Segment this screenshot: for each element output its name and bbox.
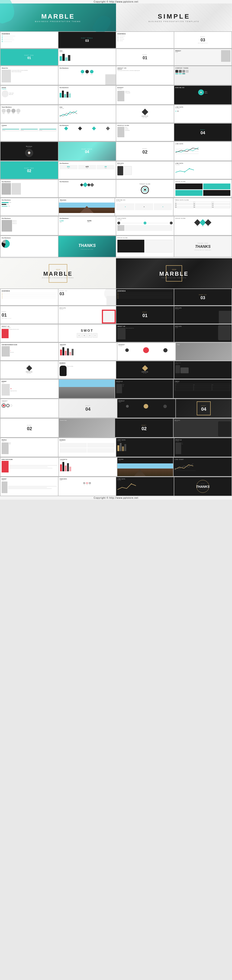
s2-profile-dark: PROFILE SLIDE NameTitleInfo (115, 380, 173, 398)
s2-business-slide-2: BUSINESS SLIDE (58, 438, 116, 457)
s2-row-7: TARGET SLIDE PART 04 MARKET SLIDE (0, 399, 232, 418)
s2-market-dark: MARKET SLIDE (117, 399, 175, 418)
s2-row-11: MARKET SLIDE YOUR STATS SLIDE 01Step 02S… (0, 477, 232, 496)
slide-marble-our-business-3: Our Business (58, 124, 116, 141)
slide-simple-part03: PART 03 SECTION TITLE (174, 32, 232, 48)
s2-business-slide-light: BUSINESS SLIDE Phone mockup (58, 361, 116, 379)
s2-mockups-dark-2: MOCUPS SLIDE (174, 325, 232, 342)
slide-simple-line-data-3: LINE DATA SLIDE (174, 161, 232, 179)
s2-service-dark: SERVICE SLIDE (116, 361, 174, 379)
s2-line-data-dark: LINE DATA SLIDE (116, 477, 174, 496)
s2-row-3: ABOUT US Lorem ipsum analysis Descriptio… (0, 324, 232, 342)
slide-simple-agenda: AGENDA 01──────── 02────── 03─────── 04─… (116, 32, 174, 48)
slide-simple-service: SERVICE SLIDE (116, 105, 174, 123)
slide-simple-product: PRODUCT SLIDE (174, 49, 232, 65)
svg-point-6 (131, 484, 132, 484)
slide-marble-team: Team Members Name Name Name Name (0, 105, 58, 123)
s2-row-4: OUR NEW BUSINESS SLIDE ● Item text BAR D… (0, 342, 232, 361)
simple-hero: SIMPLE BUSINESS PRESENTATION TEMPLATE (116, 3, 232, 31)
slide-simple-our-steps: OUR STEPS SLIDE 1 2 3 (116, 216, 174, 235)
slide-marble-line-chart: Line Chart slide (58, 105, 116, 123)
slide-marble-part-four: PART FOUR 04 (58, 142, 116, 161)
row-10: Our Business 80% 60% 70% Mountain Slide … (0, 198, 232, 216)
watermark-top: Copyright © http://www.pptstore.net (0, 0, 232, 3)
s2-part01-light: PART 01 SECTION TITLE (0, 306, 58, 324)
slide-simple-how-we-do-2: HOW WE DO SLIDE ● ● ● (115, 198, 173, 216)
slide-marble-our-business-5: Our Business (0, 180, 58, 197)
s2-part02-dark: PART 02 (115, 418, 173, 437)
row-2: PART ONE 01 Color Chart slide PART 01 PR… (0, 49, 232, 66)
s2-market-image: Image (176, 343, 232, 360)
hero-section: MARBLE BUSINESS PRESENTATION THEME SIMPL… (0, 3, 232, 31)
s2-row-2: PART 01 SECTION TITLE MOCUPS SLIDE PART … (0, 306, 232, 324)
main-container: Copyright © http://www.pptstore.net MARB… (0, 0, 232, 500)
s2-last-data-dark: LAST DATA SLIDE (116, 438, 174, 457)
s2-thanks-dark: 2019 THANKS PRESENTATION (174, 477, 232, 496)
svg-point-3 (184, 172, 185, 172)
row-4: Global Proposal Data valueMore info Our … (0, 85, 232, 105)
s2-table-dark: TABLE SLIDE ColColCol DDD DDD DDD (174, 380, 232, 398)
row-9: Our Business Our Business TARGET SLIDE (0, 179, 232, 198)
slide-simple-line-data-2: LINE DATA (174, 142, 232, 161)
slide-marble-about: About Us Lorem ipsum dolor sit amet cons… (0, 66, 58, 85)
s2-city-image (59, 380, 115, 398)
slide-simple-target: TARGET SLIDE (116, 180, 174, 197)
slide-simple-focus-2: FOCUS SLIDE Item Item Item (174, 216, 232, 235)
slide-marble-our-business-1: Our Business Item Item Item (58, 66, 116, 85)
s2-business-img: Business image (59, 418, 115, 437)
s2-slide-part03-light: PART 03 03 (58, 289, 116, 305)
s2-row-10: EARLY DAYS SLIDE CHARTS SLIDE (0, 457, 232, 477)
slide-marble-global: Global Proposal Data valueMore info (0, 86, 58, 104)
row-12: Our Business THANKS PRESENTATION FOCUS S… (0, 235, 232, 258)
s2-row-1: AGENDA 01 02 03 04 PART 03 03 AGENDA 01 … (0, 288, 232, 306)
s2-line-chart-dark: LINE CHART (174, 458, 232, 476)
slide-simple-focus: FOCUS SLIDE (174, 180, 232, 197)
s2-part04-dark: PART 04 (176, 399, 232, 418)
s2-new-business-light: OUR NEW BUSINESS SLIDE ● Item text (0, 343, 58, 360)
s2-profile-light-2: PROFILE SLIDE NameTitle (0, 438, 58, 457)
slide-marble-our-business-10: Our Business (0, 236, 58, 257)
row-1: AGENDA 01 02 03 04 PART THREE 03 AGENDA … (0, 31, 232, 49)
s2-about-light: ABOUT US Lorem ipsum analysis Descriptio… (0, 325, 58, 342)
slide-simple-about: ABOUT US Lorem ipsum dolor sit amet, con… (116, 66, 174, 85)
slide-simple-market: MARKET SLIDE 4,261 items 2.5% growth (116, 86, 174, 104)
slide-marble-agenda: AGENDA 01 02 03 04 (0, 32, 58, 48)
s2-slide-part03-dark: PART 03 03 (174, 289, 232, 305)
s2-market-slide-2-light: MARKET SLIDE ❝ Quote text here (0, 380, 58, 398)
s2-slide-agenda-dark: AGENDA 01 02 03 04 (116, 289, 174, 305)
watermark-bottom: Copyright © http://www.pptstore.net (0, 496, 232, 500)
slide-marble-our-business-2: Our Business (58, 86, 116, 104)
s2-about-dark: ABOUT US About us description here (116, 325, 174, 342)
s2-mountain-dark: MOUNTAINSLIDE (117, 458, 173, 476)
slide-marble-color-chart: Color Chart slide (58, 49, 116, 65)
section2-hero: 2019 MARBLE BUSINESS PRESENTATION THEME … (0, 258, 232, 288)
s2-slide-agenda-light: AGENDA 01 02 03 04 (0, 289, 58, 305)
row-7: Mockups Slide ⌚ PART FOUR 04 PART 02 LIN… (0, 142, 232, 161)
simple-title: SIMPLE BUSINESS PRESENTATION TEMPLATE (148, 13, 199, 22)
s2-early-days-light: EARLY DAYS SLIDE (0, 458, 58, 476)
slide-simple-how-we-do: HOW WE DO ⌚ SmartDevice (174, 86, 232, 104)
row-5: Team Members Name Name Name Name Line Ch… (0, 105, 232, 123)
s2-row-8: PART 02 Business image PART 02 MOCUPS SL… (0, 418, 232, 438)
slide-marble-our-business-4: Our Business 201Items 425Users 89Teams (58, 161, 116, 179)
s2-mocups-dark-3: MOCUPS SLIDE (174, 418, 232, 437)
slide-marble-column: Column Slide Text here Text here Text he… (0, 124, 58, 141)
row-11: Our Business Text line 1 Text line 2 Tex… (0, 216, 232, 235)
s2-mockups-light: MOCUPS SLIDE (58, 306, 116, 324)
marble-2019-dark-hero: 2019 MARBLE PRESENTATION TEMPLATE (116, 258, 232, 288)
row-3: About Us Lorem ipsum dolor sit amet cons… (0, 66, 232, 85)
slide-marble-our-business-6: Our Business (58, 180, 116, 197)
svg-point-4 (189, 168, 190, 169)
s2-service-light: SERVICE SLIDE (0, 361, 58, 379)
slide-simple-table-data: TABLE DATA SLIDE Col 1Col 2Col 3 DataDat… (174, 198, 232, 216)
slide-simple-mocups: MOCUPS SLIDE (116, 161, 174, 179)
s2-row-5: SERVICE SLIDE BUSINESS SLIDE Phone mocku… (0, 361, 232, 379)
slide-simple-line-data: LINE DATA SLIDE ≡ ≡ (174, 105, 232, 123)
slide-simple-company-theme: COMPANY THEME (174, 66, 232, 85)
slide-marble-part-one: PART ONE 01 (0, 49, 58, 65)
row-8: PART TWO 02 Our Business 201Items 425Use… (0, 161, 232, 179)
s2-row-9: PROFILE SLIDE NameTitle BUSINESS SLIDE L… (0, 438, 232, 457)
slide-marble-part-two: PART TWO 02 (0, 161, 58, 179)
slide-marble-mockups: Mockups Slide ⌚ (0, 142, 58, 161)
row-6: Column Slide Text here Text here Text he… (0, 123, 232, 142)
